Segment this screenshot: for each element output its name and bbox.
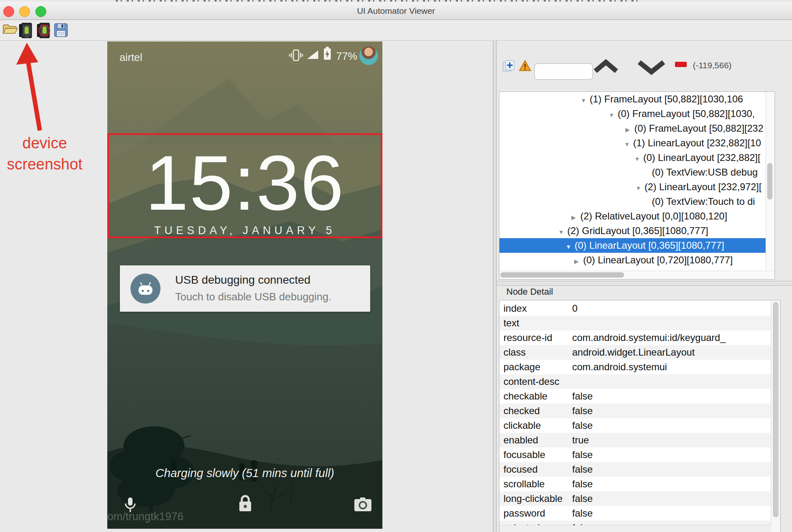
- collapse-icon[interactable]: ▼: [636, 181, 644, 195]
- tree-node[interactable]: ▶(0) FrameLayout [50,882][232: [499, 121, 766, 136]
- tree-node-label: (0) LinearLayout [0,720][1080,777]: [583, 254, 733, 265]
- detail-property-name: password: [499, 506, 572, 521]
- titlebar: UI Automator Viewer: [0, 2, 792, 20]
- detail-property-name: text: [499, 316, 572, 330]
- open-folder-icon[interactable]: [2, 23, 18, 37]
- detail-row: index0: [499, 301, 771, 316]
- detail-property-name: focused: [499, 462, 572, 477]
- tree-horizontal-scrollbar[interactable]: [499, 271, 775, 279]
- expand-icon[interactable]: ▶: [571, 210, 580, 225]
- tree-node[interactable]: (0) TextView:Touch to di: [499, 194, 766, 209]
- main-toolbar: [0, 20, 792, 41]
- tree-node[interactable]: ▼(0) LinearLayout [0,365][1080,777]: [499, 238, 766, 253]
- panel-divider[interactable]: [497, 281, 792, 286]
- detail-row: long-clickablefalse: [499, 491, 771, 506]
- expand-icon[interactable]: ▶: [574, 254, 583, 269]
- node-detail-title: Node Detail: [506, 287, 553, 297]
- tree-node[interactable]: ▼(2) GridLayout [0,365][1080,777]: [499, 224, 766, 238]
- tree-node-label: (2) LinearLayout [232,972][: [644, 181, 762, 192]
- usb-debugging-notification: USB debugging connected Touch to disable…: [120, 265, 370, 312]
- detail-row: enabledtrue: [499, 433, 771, 447]
- detail-row: classandroid.widget.LinearLayout: [499, 345, 771, 360]
- detail-property-name: enabled: [499, 433, 572, 447]
- detail-property-name: long-clickable: [499, 491, 572, 506]
- scrollbar-thumb[interactable]: [500, 272, 624, 278]
- previous-match-icon[interactable]: [592, 58, 619, 76]
- detail-property-value: false: [572, 389, 593, 404]
- detail-property-value: 0: [572, 301, 577, 316]
- detail-property-value: false: [572, 404, 593, 418]
- collapse-icon[interactable]: ▼: [609, 108, 618, 122]
- notification-title: USB debugging connected: [175, 274, 310, 287]
- warning-icon[interactable]: [519, 60, 531, 73]
- collapse-icon[interactable]: ▼: [581, 93, 590, 108]
- detail-rows: index0textresource-idcom.android.systemu…: [499, 301, 771, 532]
- annotation-arrow: [8, 41, 69, 135]
- detail-row: focusedfalse: [499, 462, 771, 477]
- tree-node-label: (0) FrameLayout [50,882][1030,: [618, 108, 755, 119]
- detail-property-name: checkable: [499, 389, 572, 404]
- detail-property-name: scrollable: [499, 477, 572, 491]
- tree-node[interactable]: ▶(0) LinearLayout [0,720][1080,777]: [499, 253, 766, 267]
- save-screenshot-icon[interactable]: [54, 23, 68, 39]
- tree-vertical-scrollbar[interactable]: [766, 92, 775, 271]
- detail-horizontal-scrollbar[interactable]: [499, 525, 771, 532]
- tree-node[interactable]: ▼(1) LinearLayout [232,882][10: [499, 136, 766, 150]
- tree-node[interactable]: ▼(0) FrameLayout [50,882][1030,: [499, 106, 766, 121]
- device-screenshot[interactable]: airtel 77% 15:36 TUESDAY, JANUARY 5 USB …: [107, 41, 382, 529]
- pointer-coordinates: (-119,566): [693, 61, 731, 70]
- next-match-icon[interactable]: [636, 59, 667, 77]
- search-input[interactable]: [534, 63, 593, 80]
- detail-property-value: false: [572, 506, 593, 521]
- lockscreen-date: TUESDAY, JANUARY 5: [107, 224, 382, 237]
- tree-node[interactable]: (0) TextView:USB debug: [499, 165, 766, 180]
- scrollbar-thumb[interactable]: [773, 302, 779, 517]
- detail-property-value: android.widget.LinearLayout: [572, 345, 695, 360]
- detail-row: passwordfalse: [499, 506, 771, 521]
- node-detail-table: index0textresource-idcom.android.systemu…: [499, 300, 781, 532]
- detail-row: focusablefalse: [499, 447, 771, 462]
- device-screenshot-icon[interactable]: [18, 23, 34, 40]
- tree-node[interactable]: ▼(2) LinearLayout [232,972][: [499, 180, 766, 194]
- detail-property-value: false: [572, 462, 593, 477]
- annotation-line2: screenshot: [0, 156, 89, 173]
- annotation: device screenshot: [0, 40, 106, 178]
- vibrate-icon: [289, 49, 303, 62]
- detail-vertical-scrollbar[interactable]: [771, 300, 780, 532]
- collapse-icon[interactable]: ▼: [558, 225, 567, 239]
- collapse-icon[interactable]: ▼: [624, 137, 633, 152]
- detail-row: checkablefalse: [499, 389, 771, 404]
- detail-row: checkedfalse: [499, 404, 771, 418]
- tree-node-label: (2) RelativeLayout [0,0][1080,120]: [580, 211, 727, 221]
- detail-property-name: content-desc: [499, 374, 572, 389]
- tree-node-label: (0) TextView:USB debug: [652, 167, 758, 178]
- detail-property-value: false: [572, 447, 593, 462]
- tree-node[interactable]: ▼(0) LinearLayout [232,882][: [499, 150, 766, 165]
- detail-property-value: false: [572, 477, 593, 491]
- detail-property-name: focusable: [499, 447, 572, 462]
- collapse-icon[interactable]: ▼: [634, 152, 643, 166]
- scrollbar-thumb[interactable]: [767, 163, 772, 200]
- tree-node[interactable]: ▼(1) FrameLayout [50,882][1030,106: [499, 92, 766, 106]
- expand-all-icon[interactable]: [502, 59, 515, 74]
- detail-property-name: resource-id: [499, 330, 572, 345]
- tree-node-label: (0) LinearLayout [0,365][1080,777]: [575, 240, 724, 251]
- remove-icon[interactable]: [675, 62, 687, 67]
- expand-icon[interactable]: ▶: [625, 122, 634, 137]
- pane-divider[interactable]: [493, 40, 497, 532]
- carrier-label: airtel: [119, 51, 142, 64]
- clipped-text-artifact: [116, 0, 640, 2]
- compressed-device-screenshot-icon[interactable]: [36, 23, 52, 40]
- charging-status: Charging slowly (51 mins until full): [107, 467, 382, 480]
- collapse-icon[interactable]: ▼: [566, 239, 575, 254]
- tree-node-label: (1) FrameLayout [50,882][1030,106: [590, 93, 743, 104]
- lockscreen-clock: 15:36: [107, 144, 382, 222]
- tree-node[interactable]: ▶(2) RelativeLayout [0,0][1080,120]: [499, 209, 766, 224]
- detail-property-name: package: [499, 360, 572, 374]
- detail-row: clickablefalse: [499, 418, 771, 433]
- detail-row: content-desc: [499, 374, 771, 389]
- battery-percent: 77%: [336, 50, 357, 63]
- tree-node-label: (0) LinearLayout [232,882][: [643, 152, 760, 163]
- detail-row: resource-idcom.android.systemui:id/keygu…: [499, 330, 771, 345]
- camera-icon: [354, 497, 372, 513]
